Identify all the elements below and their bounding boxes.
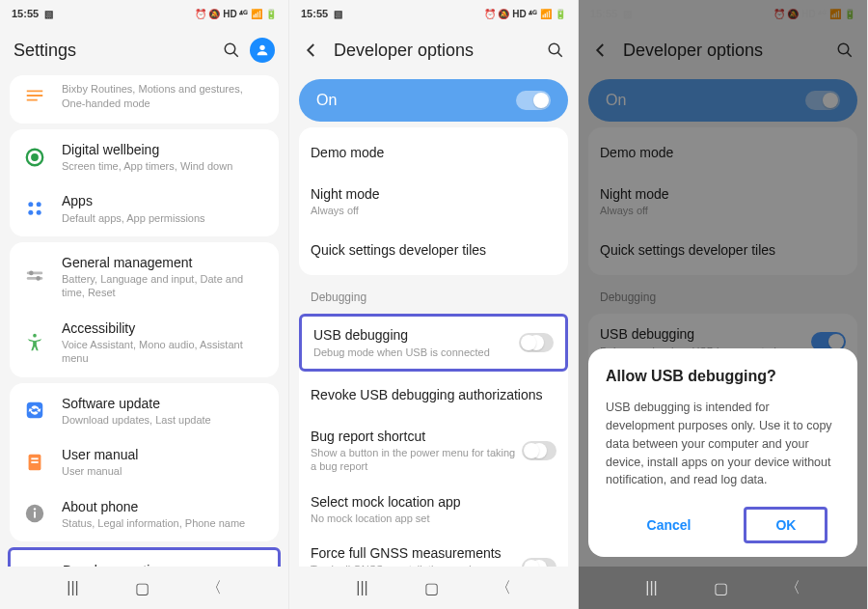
list-item[interactable]: Force full GNSS measurements Track all G…: [299, 535, 568, 567]
list-item[interactable]: Software update Download updates, Last u…: [10, 385, 279, 436]
item-title: Revoke USB debugging authorizations: [311, 386, 556, 403]
item-sub: Bixby Routines, Motions and gestures, On…: [62, 82, 267, 110]
section-header: Debugging: [295, 281, 572, 308]
page-title: Developer options: [334, 41, 539, 61]
svg-rect-17: [31, 461, 38, 463]
nav-recent[interactable]: |||: [356, 579, 367, 596]
item-sub: No mock location app set: [311, 512, 556, 525]
list-item[interactable]: Bixby Routines, Motions and gestures, On…: [10, 75, 279, 122]
svg-point-21: [549, 43, 559, 54]
list-item[interactable]: Demo mode: [299, 129, 568, 176]
item-sub: Voice Assistant, Mono audio, Assistant m…: [62, 338, 267, 366]
svg-point-4: [32, 154, 38, 160]
status-icons: ⏰ 🔕 HD ⁴ᴳ 📶 🔋: [195, 9, 277, 19]
item-sub: Status, Legal information, Phone name: [62, 516, 267, 530]
master-toggle-row[interactable]: On: [299, 79, 568, 122]
nav-bar: ||| ▢ 〈: [0, 567, 288, 609]
svg-point-11: [29, 270, 34, 275]
settings-list[interactable]: Bixby Routines, Motions and gestures, On…: [0, 73, 288, 567]
usb-debugging-item[interactable]: USB debugging Debug mode when USB is con…: [299, 314, 568, 371]
item-sub: Download updates, Last update: [62, 413, 267, 427]
back-icon[interactable]: [303, 42, 320, 59]
about-icon: [21, 500, 48, 527]
item-sub: User manual: [62, 464, 267, 478]
list-item[interactable]: Quick settings developer tiles: [299, 227, 568, 273]
list-item[interactable]: Night mode Always off: [299, 176, 568, 227]
list-item[interactable]: About phone Status, Legal information, P…: [10, 488, 279, 540]
svg-point-6: [37, 203, 41, 208]
list-item[interactable]: Select mock location app No mock locatio…: [299, 484, 568, 535]
list-item[interactable]: Apps Default apps, App permissions: [10, 182, 279, 234]
svg-point-7: [28, 210, 33, 215]
manual-icon: [21, 449, 48, 476]
nav-home[interactable]: ▢: [424, 579, 439, 597]
nav-home[interactable]: ▢: [135, 579, 149, 597]
toggle[interactable]: [522, 558, 556, 567]
list-item[interactable]: Revoke USB debugging authorizations: [299, 372, 568, 418]
developer-options-item[interactable]: { } Developer options Developer options: [11, 552, 278, 567]
usb-debugging-toggle[interactable]: [519, 333, 554, 352]
nav-recent[interactable]: |||: [645, 579, 657, 596]
status-time: 15:55: [301, 8, 328, 19]
search-icon[interactable]: [547, 42, 564, 59]
usb-debug-dialog: Allow USB debugging? USB debugging is in…: [588, 348, 857, 557]
advanced-icon: [21, 82, 48, 109]
list-item[interactable]: User manual User manual: [10, 436, 279, 487]
item-title: Bug report shortcut: [311, 428, 522, 445]
item-title: Accessibility: [62, 319, 267, 337]
apps-icon: [21, 195, 48, 222]
svg-rect-16: [31, 457, 38, 459]
dialog-title: Allow USB debugging?: [606, 368, 840, 385]
toggle[interactable]: [522, 441, 556, 460]
svg-point-0: [225, 43, 235, 54]
list-item[interactable]: Digital wellbeing Screen time, App timer…: [10, 131, 279, 182]
item-title: Quick settings developer tiles: [311, 241, 556, 259]
cancel-button[interactable]: Cancel: [618, 510, 720, 540]
item-sub: Screen time, App timers, Wind down: [62, 159, 267, 173]
developer-options-screen: 15:55 ▧ ⏰ 🔕 HD ⁴ᴳ 📶 🔋 Developer options …: [289, 0, 579, 609]
nav-home[interactable]: ▢: [714, 579, 728, 597]
nav-bar: ||| ▢ 〈: [579, 567, 867, 609]
status-time: 15:55: [12, 8, 39, 19]
list-item[interactable]: General management Battery, Language and…: [10, 244, 279, 310]
svg-point-2: [259, 45, 264, 50]
avatar[interactable]: [250, 38, 275, 63]
dialog-actions: Cancel OK: [606, 507, 840, 543]
item-sub: Default apps, App permissions: [62, 211, 267, 225]
svg-point-12: [36, 276, 41, 281]
item-sub: Always off: [311, 204, 556, 217]
svg-point-13: [33, 333, 37, 337]
screenshot-icon: ▧: [44, 9, 53, 19]
nav-back[interactable]: 〈: [785, 578, 800, 598]
item-sub: Debug mode when USB is connected: [313, 346, 519, 359]
nav-back[interactable]: 〈: [206, 578, 222, 598]
update-icon: [21, 397, 48, 424]
item-title: Apps: [62, 192, 267, 209]
ok-button[interactable]: OK: [744, 507, 827, 543]
nav-bar: ||| ▢ 〈: [289, 567, 578, 609]
item-title: Select mock location app: [311, 493, 556, 511]
svg-point-5: [28, 203, 33, 208]
item-title: Force full GNSS measurements: [311, 544, 522, 562]
item-title: Demo mode: [311, 144, 556, 161]
general-icon: [21, 263, 48, 291]
header: Developer options: [289, 27, 578, 73]
status-bar: 15:55 ▧ ⏰ 🔕 HD ⁴ᴳ 📶 🔋: [289, 0, 578, 27]
item-title: User manual: [62, 446, 267, 463]
settings-screen: 15:55 ▧ ⏰ 🔕 HD ⁴ᴳ 📶 🔋 Settings Bixby Rou…: [0, 0, 289, 609]
list-item[interactable]: Bug report shortcut Show a button in the…: [299, 418, 568, 484]
svg-rect-19: [34, 512, 36, 517]
status-bar: 15:55 ▧ ⏰ 🔕 HD ⁴ᴳ 📶 🔋: [0, 0, 288, 27]
svg-point-20: [34, 508, 36, 510]
svg-line-22: [557, 52, 562, 57]
usb-debug-dialog-screen: 15:55 ▧ ⏰ 🔕 HD ⁴ᴳ 📶 🔋 Developer options …: [579, 0, 868, 609]
nav-back[interactable]: 〈: [496, 578, 511, 598]
search-icon[interactable]: [223, 42, 240, 59]
master-toggle[interactable]: [516, 91, 551, 110]
item-title: About phone: [62, 498, 267, 515]
dev-options-list[interactable]: On Demo mode Night mode Always off Quick…: [289, 73, 578, 567]
list-item[interactable]: Accessibility Voice Assistant, Mono audi…: [10, 310, 279, 375]
nav-recent[interactable]: |||: [67, 579, 78, 596]
item-title: Night mode: [311, 185, 556, 203]
accessibility-icon: [21, 329, 48, 356]
